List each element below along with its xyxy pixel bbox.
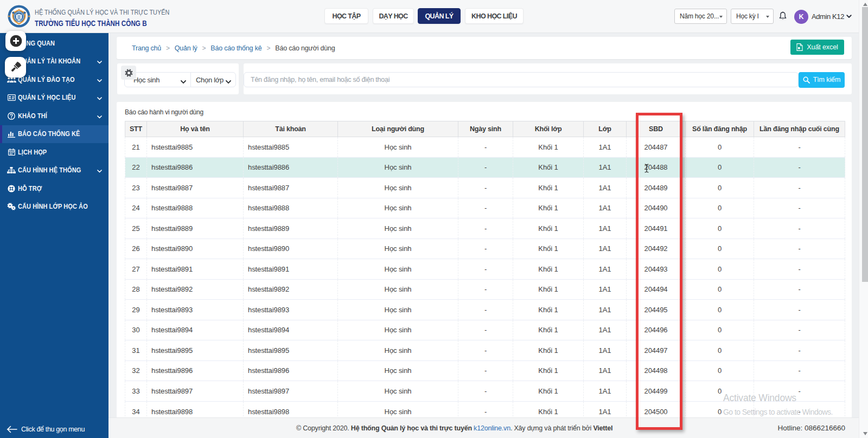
table-cell: Học sinh [338,320,458,340]
sidebar-item-bao-cao-thong-ke[interactable]: BÁO CÁO THỐNG KÊ [0,125,108,144]
table-cell: 28 [125,279,147,300]
table-cell: - [458,259,513,280]
nav-tab-day-hoc[interactable]: DẠY HỌC [373,8,414,24]
app-title-block: HỆ THỐNG QUẢN LÝ HỌC VÀ THI TRỰC TUYẾN T… [35,8,197,28]
table-cell: - [754,320,845,340]
table-row[interactable]: 28hstesttai9892hstesttai9892Học sinh-Khố… [125,279,845,300]
search-button[interactable]: Tìm kiếm [799,72,845,88]
table-cell: Khối 1 [513,137,584,158]
floating-brush-button[interactable] [5,57,26,78]
scroll-down-arrow-icon[interactable] [863,432,867,435]
school-year-select[interactable]: Năm học 20... [674,9,727,24]
table-row[interactable]: 33hstesttai9897hstesttai9897Học sinh-Khố… [125,381,845,402]
table-row[interactable]: 22hstesttai9886hstesttai9886Học sinh-Khố… [125,157,845,178]
col-so-lan-dang-nhap: Số lần đăng nhập [686,121,754,137]
breadcrumb-bao-cao-thong-ke[interactable]: Báo cáo thống kê [210,44,261,52]
table-cell: 27 [125,259,147,280]
col-lop: Lớp [584,121,627,137]
table-cell: Học sinh [338,360,458,381]
sidebar: TỔNG QUAN QUẢN LÝ TÀI KHOẢN QUẢN LÝ ĐÀO … [0,33,108,438]
table-row[interactable]: 24hstesttai9888hstesttai9888Học sinh-Khố… [125,198,845,218]
table-cell: Học sinh [338,259,458,280]
user-avatar[interactable]: K [794,10,808,24]
gear-icon [125,69,133,77]
table-cell: hstesttai9893 [244,300,338,320]
table-cell: - [754,259,845,280]
user-name[interactable]: Admin K12 [812,0,844,33]
bar-chart-icon [7,130,16,138]
semester-select[interactable]: Học kỳ I [731,9,774,24]
scrollbar-thumb[interactable] [862,7,868,282]
table-cell: hstesttai9895 [147,340,244,361]
sidebar-item-quan-ly-hoc-lieu[interactable]: QUẢN LÝ HỌC LIỆU [0,89,108,107]
table-cell: 0 [686,381,754,402]
table-cell: Học sinh [338,340,458,361]
table-cell: 30 [125,320,147,340]
table-cell: hstesttai9886 [244,157,338,178]
table-cell: Học sinh [338,198,458,218]
table-cell: 0 [686,239,754,259]
notification-bell-icon[interactable] [778,11,787,21]
table-row[interactable]: 29hstesttai9893hstesttai9893Học sinh-Khố… [125,300,845,320]
nav-tab-quan-ly[interactable]: QUẢN LÝ [418,8,461,24]
sbd-annotation-rectangle [636,113,682,430]
sidebar-item-ho-tro[interactable]: HỖ TRỢ [0,179,108,198]
nav-tab-hoc-tap[interactable]: HỌC TẬP [324,8,368,24]
table-cell: - [458,157,513,178]
table-cell: 1A1 [584,157,627,178]
breadcrumb-separator: > [166,44,170,52]
table-cell: Khối 1 [513,178,584,198]
table-row[interactable]: 21hstesttai9885hstesttai9885Học sinh-Khố… [125,137,845,158]
table-cell: 31 [125,340,147,361]
table-cell: 1A1 [584,320,627,340]
table-cell: hstesttai9890 [244,239,338,259]
table-cell: 1A1 [584,218,627,239]
table-cell: 1A1 [584,239,627,259]
table-cell: 1A1 [584,279,627,300]
sidebar-item-khao-thi[interactable]: KHẢO THÍ [0,107,108,125]
table-cell: - [754,239,845,259]
table-row[interactable]: 32hstesttai9896hstesttai9896Học sinh-Khố… [125,360,845,381]
k12online-link[interactable]: k12online.vn [474,424,510,432]
breadcrumb-separator: > [202,44,206,52]
table-row[interactable]: 27hstesttai9891hstesttai9891Học sinh-Khố… [125,259,845,280]
sidebar-item-cau-hinh-he-thong[interactable]: CẤU HÌNH HỆ THỐNG [0,162,108,180]
system-title: HỆ THỐNG QUẢN LÝ HỌC VÀ THI TRỰC TUYẾN [35,8,169,16]
breadcrumb-quan-ly[interactable]: Quản lý [175,44,197,52]
table-cell: Khối 1 [513,300,584,320]
scroll-up-arrow-icon[interactable] [863,3,867,6]
table-row[interactable]: 31hstesttai9895hstesttai9895Học sinh-Khố… [125,340,845,361]
table-cell: Khối 1 [513,157,584,178]
table-cell: 23 [125,178,147,198]
class-select[interactable]: Chọn lớp [191,73,235,87]
breadcrumb-trang-chu[interactable]: Trang chủ [132,44,161,52]
sidebar-item-lich-hop[interactable]: LỊCH HỌP [0,143,108,162]
table-cell: 0 [686,198,754,218]
table-cell: 1A1 [584,300,627,320]
table-row[interactable]: 26hstesttai9890hstesttai9890Học sinh-Khố… [125,239,845,259]
table-cell: hstesttai9892 [244,279,338,300]
table-cell: hstesttai9897 [147,381,244,402]
table-cell: Khối 1 [513,198,584,218]
sidebar-item-cau-hinh-lop-hoc-ao[interactable]: CẤU HÌNH LỚP HỌC ẢO [0,198,108,216]
sidebar-collapse-button[interactable]: Click để thu gọn menu [0,420,108,438]
table-row[interactable]: 25hstesttai9889hstesttai9889Học sinh-Khố… [125,218,845,239]
col-stt: STT [125,121,147,137]
chevron-down-icon [97,93,102,102]
table-cell: - [754,218,845,239]
user-menu-chevron-down-icon[interactable] [846,15,852,18]
table-cell: 0 [686,259,754,280]
table-cell: hstesttai9896 [244,360,338,381]
nav-tab-kho-hoc-lieu[interactable]: KHO HỌC LIỆU [465,8,524,24]
table-row[interactable]: 23hstesttai9887hstesttai9887Học sinh-Khố… [125,178,845,198]
floating-add-button[interactable] [5,31,26,51]
table-cell: - [754,381,845,402]
table-cell: 0 [686,360,754,381]
table-cell: 1A1 [584,381,627,402]
export-excel-button[interactable]: Xuất excel [790,40,844,55]
table-row[interactable]: 30hstesttai9894hstesttai9894Học sinh-Khố… [125,320,845,340]
table-cell: 1A1 [584,137,627,158]
column-settings-button[interactable] [121,66,136,80]
scrollbar[interactable] [859,0,868,438]
search-input[interactable] [244,72,799,87]
